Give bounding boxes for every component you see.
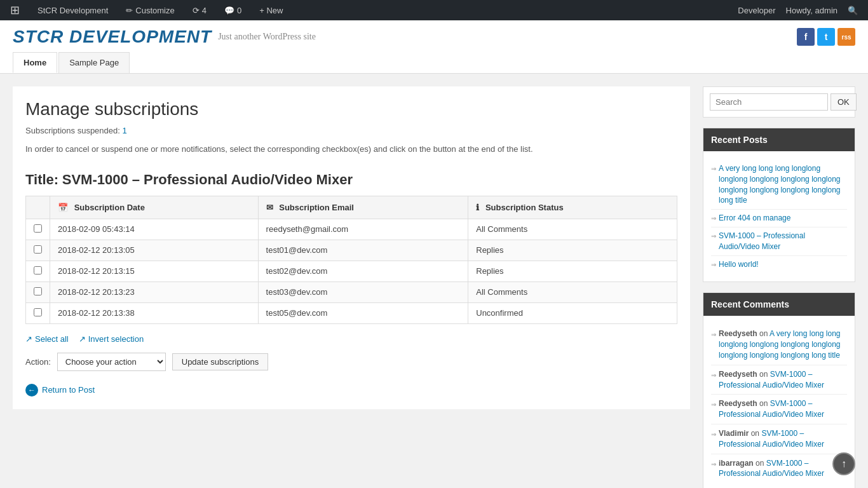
wp-logo-button[interactable]: ⊞	[6, 0, 24, 20]
row-checkbox[interactable]	[34, 287, 42, 295]
title-prefix: Title:	[25, 172, 58, 187]
row-checkbox[interactable]	[34, 308, 42, 316]
row-email: test02@dev.com	[258, 261, 468, 281]
updates-button[interactable]: ⟳ 4	[189, 0, 210, 20]
post-link[interactable]: SVM-1000 – Professional Audio/Video Mixe…	[719, 231, 847, 252]
subscriptions-table: 📅 Subscription Date ✉ Subscription Email…	[25, 196, 677, 324]
back-arrow-icon: ←	[25, 384, 38, 396]
email-icon: ✉	[266, 203, 273, 212]
return-to-post-link[interactable]: ← Return to Post	[25, 384, 677, 396]
row-email: test03@dev.com	[258, 281, 468, 302]
return-label: Return to Post	[42, 385, 95, 395]
select-all-label: Select all	[35, 334, 69, 344]
table-header-row: 📅 Subscription Date ✉ Subscription Email…	[26, 196, 677, 219]
list-item: ⇒Vladimir on SVM-1000 – Professional Aud…	[711, 424, 847, 454]
site-title-area: StCR Development Just another WordPress …	[13, 27, 316, 47]
post-arrow-icon: ⇒	[711, 215, 716, 222]
post-link[interactable]: A very long long long longlong longlong …	[719, 163, 847, 206]
content-area: Manage subscriptions Subscriptions suspe…	[13, 86, 690, 409]
search-input[interactable]	[710, 93, 828, 111]
action-row: Action: Choose your actionSuspendCancel …	[25, 353, 677, 371]
nav-sample-page[interactable]: Sample Page	[58, 52, 130, 73]
site-name-button[interactable]: StCR Development	[34, 0, 112, 20]
list-item: ⇒Reedyseth on A very long long long long…	[711, 325, 847, 365]
suspended-count-link[interactable]: 1	[123, 126, 127, 135]
recent-comments-widget: Recent Comments ⇒Reedyseth on A very lon…	[703, 292, 855, 488]
new-content-button[interactable]: + New	[255, 0, 287, 20]
row-checkbox[interactable]	[34, 245, 42, 254]
action-label: Action:	[25, 357, 51, 367]
updates-count: 4	[202, 6, 207, 15]
calendar-icon: 📅	[58, 203, 68, 212]
row-status: Unconfirmed	[468, 302, 677, 323]
wp-icon: ⊞	[10, 3, 20, 17]
comments-button[interactable]: 💬 0	[220, 0, 245, 20]
post-arrow-icon: ⇒	[711, 165, 716, 172]
date-column-header: 📅 Subscription Date	[50, 196, 259, 219]
row-checkbox-cell	[26, 261, 50, 281]
howdy-admin[interactable]: Howdy, admin	[782, 0, 841, 20]
checkbox-header	[26, 196, 50, 219]
description-text: In order to cancel or suspend one or mor…	[25, 143, 677, 156]
nav-home[interactable]: Home	[13, 52, 57, 73]
social-icons: f t rss	[797, 28, 855, 46]
status-column-header: ℹ Subscription Status	[468, 196, 677, 219]
select-all-link[interactable]: ↗ Select all	[25, 334, 69, 344]
table-row: 2018-02-12 20:13:23 test03@dev.com All C…	[26, 281, 677, 302]
site-name-label: StCR Development	[37, 6, 108, 15]
sidebar: OK Recent Posts ⇒A very long long long l…	[703, 86, 855, 488]
post-link[interactable]: Error 404 on manage	[719, 213, 790, 224]
search-button[interactable]: OK	[831, 93, 857, 111]
comment-text: Reedyseth on SVM-1000 – Professional Aud…	[719, 369, 847, 391]
email-column-header: ✉ Subscription Email	[258, 196, 468, 219]
recent-posts-widget: Recent Posts ⇒A very long long long long…	[703, 128, 855, 282]
table-row: 2018-02-09 05:43:14 reedyseth@gmail.com …	[26, 219, 677, 240]
updates-icon: ⟳	[193, 6, 200, 15]
row-date: 2018-02-12 20:13:15	[50, 261, 259, 281]
post-link[interactable]: Hello world!	[719, 259, 759, 270]
post-arrow-icon: ⇒	[711, 233, 716, 240]
select-all-arrow-icon: ↗	[25, 334, 32, 344]
action-select[interactable]: Choose your actionSuspendCancel	[57, 353, 166, 371]
row-checkbox[interactable]	[34, 266, 42, 274]
list-item: ⇒Error 404 on manage	[711, 210, 847, 227]
customize-label: Customize	[135, 6, 174, 15]
info-icon: ℹ	[476, 203, 479, 212]
list-item: ⇒SVM-1000 – Professional Audio/Video Mix…	[711, 227, 847, 256]
admin-bar: ⊞ StCR Development ✏ Customize ⟳ 4 💬 0 +…	[0, 0, 868, 20]
list-item: ⇒Reedyseth on SVM-1000 – Professional Au…	[711, 395, 847, 424]
table-row: 2018-02-12 20:13:15 test02@dev.com Repli…	[26, 261, 677, 281]
subscription-name: SVM-1000 – Professional Audio/Video Mixe…	[62, 172, 353, 187]
row-status: All Comments	[468, 281, 677, 302]
scroll-to-top-button[interactable]: ↑	[832, 452, 855, 475]
customize-pencil-icon: ✏	[126, 6, 133, 15]
customize-button[interactable]: ✏ Customize	[122, 0, 178, 20]
comment-text: Reedyseth on SVM-1000 – Professional Aud…	[719, 398, 847, 420]
facebook-icon[interactable]: f	[797, 28, 815, 46]
site-title[interactable]: StCR Development	[13, 27, 212, 47]
subscriptions-suspended: Subscriptions suspended: 1	[25, 126, 677, 135]
comment-text: ibarragan on SVM-1000 – Professional Aud…	[719, 458, 847, 480]
table-row: 2018-02-12 20:13:38 test05@dev.com Uncon…	[26, 302, 677, 323]
row-date: 2018-02-12 20:13:05	[50, 240, 259, 261]
new-label: + New	[259, 6, 283, 15]
search-widget: OK	[703, 86, 855, 118]
list-item: ⇒A very long long long longlong longlong…	[711, 160, 847, 210]
row-checkbox-cell	[26, 219, 50, 240]
recent-posts-list: ⇒A very long long long longlong longlong…	[711, 158, 847, 275]
row-email: test05@dev.com	[258, 302, 468, 323]
list-item: ⇒Reedyseth on SVM-1000 – Professional Au…	[711, 365, 847, 395]
recent-posts-content: ⇒A very long long long longlong longlong…	[703, 151, 855, 281]
site-header: StCR Development Just another WordPress …	[0, 20, 868, 74]
twitter-icon[interactable]: t	[817, 28, 835, 46]
rss-icon[interactable]: rss	[837, 28, 855, 46]
update-subscriptions-button[interactable]: Update subscriptions	[172, 353, 268, 370]
recent-posts-title: Recent Posts	[703, 128, 855, 151]
invert-selection-link[interactable]: ↗ Invert selection	[79, 334, 144, 344]
list-item: ⇒ibarragan on SVM-1000 – Professional Au…	[711, 454, 847, 484]
search-icon[interactable]: 🔍	[844, 0, 862, 20]
invert-selection-label: Invert selection	[88, 334, 144, 344]
invert-arrow-icon: ↗	[79, 334, 86, 344]
row-checkbox[interactable]	[34, 224, 42, 233]
comments-icon: 💬	[224, 6, 234, 15]
